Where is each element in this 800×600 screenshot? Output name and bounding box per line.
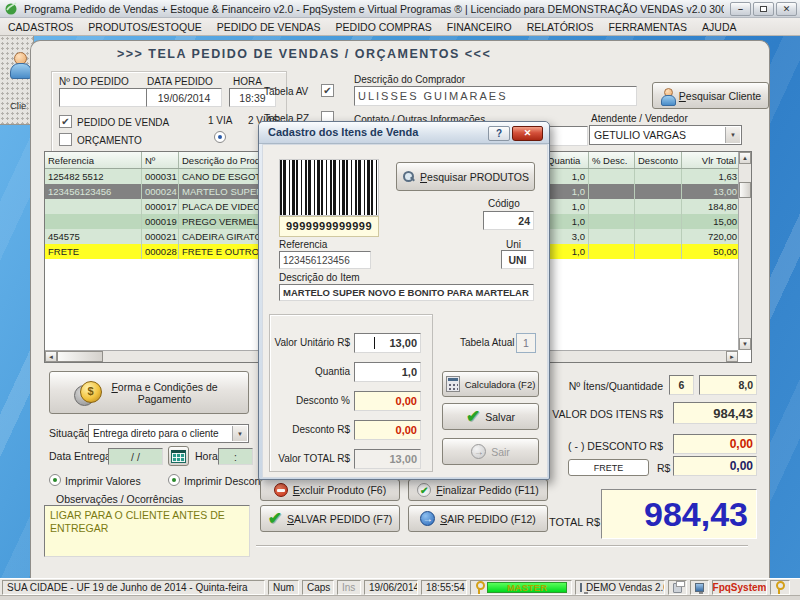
delivery-time-field[interactable]: : — [218, 448, 253, 465]
side-toolbar-fragment: Clie — [0, 36, 34, 125]
search-products-button[interactable]: Pesquisar PRODUTOS — [396, 162, 535, 191]
calculator-icon — [446, 376, 460, 392]
exit-item-arrow-icon — [471, 444, 486, 459]
horizontal-scroll-thumb[interactable] — [57, 351, 103, 362]
delivery-date-field[interactable]: / / — [108, 448, 163, 465]
table-cell-pdesc — [589, 229, 635, 244]
menu-item-financeiro[interactable]: FINANCEIRO — [447, 21, 512, 33]
delivery-time-label: Hora — [195, 450, 218, 462]
current-table-label: Tabela Atual — [460, 337, 515, 348]
menu-item-produtos-estoque[interactable]: PRODUTOS/ESTOQUE — [88, 21, 201, 33]
divider — [256, 545, 748, 547]
attendant-value: GETULIO VARGAS — [594, 129, 686, 141]
dialog-body: 9999999999999 Pesquisar PRODUTOS Código … — [262, 144, 548, 478]
text-cursor — [374, 337, 375, 349]
client-icon[interactable] — [9, 52, 31, 78]
status-location: SUA CIDADE - UF 19 de Junho de 2014 - Qu… — [2, 580, 265, 595]
buyer-field[interactable]: ULISSES GUIMARAES — [354, 86, 637, 106]
search-client-button[interactable]: Pesquisar Cliente — [652, 82, 769, 109]
quantity-field[interactable]: 1,0 — [354, 362, 421, 382]
vertical-scrollbar[interactable] — [738, 152, 751, 350]
menu-item-cadastros[interactable]: CADASTROS — [8, 21, 73, 33]
item-description-field[interactable]: MARTELO SUPER NOVO E BONITO PARA MARTELA… — [279, 284, 534, 301]
print-values-radio[interactable] — [49, 474, 61, 486]
minimize-button-icon[interactable] — [730, 2, 751, 16]
discount-value-field[interactable]: 0,00 — [354, 420, 421, 440]
client-button-label[interactable]: Clie — [10, 100, 26, 111]
save-check-icon — [268, 512, 282, 526]
exit-order-button[interactable]: SAIR PEDIDO (F12) — [408, 505, 548, 532]
menu-item-pedido-de-vendas[interactable]: PEDIDO DE VENDAS — [217, 21, 321, 33]
column-header-6[interactable]: Vlr Total — [682, 152, 740, 168]
discount-percent-field[interactable]: 0,00 — [354, 391, 421, 411]
status-user: MASTER — [487, 582, 567, 593]
save-order-label: SALVAR PEDIDO (F7) — [287, 513, 392, 525]
column-header-4[interactable]: % Desc. — [589, 152, 635, 168]
table-cell-total: 13,00 — [682, 184, 738, 199]
column-header-0[interactable]: Referencia — [45, 152, 142, 168]
save-item-button[interactable]: Salvar — [442, 403, 539, 430]
table-cell-disc — [635, 169, 682, 184]
exit-item-button[interactable]: Sair — [442, 438, 539, 465]
delete-product-button[interactable]: Excluir Produto (F6) — [260, 479, 400, 501]
close-icon[interactable] — [512, 126, 543, 141]
freight-button[interactable]: FRETE — [568, 459, 649, 476]
calculator-button[interactable]: Calculadora (F2) — [442, 371, 539, 397]
payment-conditions-button[interactable]: Forma e Condições de Pagamento — [49, 371, 249, 414]
table-cell-total: 184,80 — [682, 199, 738, 214]
item-description-label: Descrição do Item — [279, 272, 360, 283]
items-value-field: 984,43 — [673, 402, 757, 424]
table-cell-disc — [635, 214, 682, 229]
column-header-1[interactable]: Nº — [142, 152, 179, 168]
scroll-down-icon[interactable] — [739, 338, 751, 350]
menu-item-relat-rios[interactable]: RELATÓRIOS — [527, 21, 594, 33]
calendar-button[interactable] — [168, 446, 189, 466]
scroll-right-icon[interactable] — [726, 351, 738, 362]
via1-radio[interactable] — [214, 131, 226, 143]
table-cell-disc — [635, 229, 682, 244]
help-icon[interactable] — [488, 126, 510, 141]
menu-item-pedido-compras[interactable]: PEDIDO COMPRAS — [336, 21, 432, 33]
chevron-down-icon[interactable] — [725, 127, 740, 143]
orcamento-checkbox[interactable] — [59, 133, 72, 146]
pedido-venda-checkbox[interactable] — [59, 115, 72, 128]
order-date-field[interactable]: 19/06/2014 — [146, 88, 222, 107]
situation-label: Situação — [49, 427, 90, 439]
tabela-av-checkbox[interactable] — [321, 84, 334, 97]
items-qty-field: 8,0 — [699, 375, 757, 395]
table-cell-total: 50,00 — [682, 244, 738, 259]
status-brand: FpqSystem — [713, 582, 767, 593]
table-cell-ref: 125482 5512 — [45, 169, 142, 184]
table-cell-ref — [45, 214, 142, 229]
unit-field[interactable]: UNI — [501, 250, 534, 269]
situation-dropdown[interactable]: Entrega direto para o cliente — [88, 424, 249, 443]
vertical-scroll-thumb[interactable] — [739, 182, 751, 198]
chevron-down-icon[interactable] — [232, 426, 247, 441]
save-item-label: Salvar — [485, 411, 515, 423]
finalize-order-label: Finalizar Pedido (F11) — [436, 484, 539, 496]
print-discounts-radio[interactable] — [168, 474, 180, 486]
status-date: 19/06/2014 — [364, 580, 418, 595]
menu-item-ferramentas[interactable]: FERRAMENTAS — [609, 21, 688, 33]
delete-icon — [274, 483, 288, 497]
table-cell-num: 000017 — [142, 199, 179, 214]
print-values-label: Imprimir Valores — [65, 475, 141, 487]
save-order-button[interactable]: SALVAR PEDIDO (F7) — [260, 505, 400, 532]
table-cell-total: 1,63 — [682, 169, 738, 184]
scroll-left-icon[interactable] — [45, 351, 57, 362]
reference-field[interactable]: 123456123456 — [279, 251, 371, 269]
finalize-order-button[interactable]: Finalizar Pedido (F11) — [408, 479, 548, 501]
code-field[interactable]: 24 — [483, 211, 534, 230]
column-header-5[interactable]: Desconto — [635, 152, 682, 168]
attendant-dropdown[interactable]: GETULIO VARGAS — [589, 125, 742, 145]
status-printer-panel — [668, 580, 687, 595]
table-cell-pdesc — [589, 244, 635, 259]
menu-bar: CADASTROSPRODUTOS/ESTOQUEPEDIDO DE VENDA… — [0, 18, 800, 36]
menu-item-ajuda[interactable]: AJUDA — [702, 21, 736, 33]
table-cell-disc — [635, 244, 682, 259]
observations-textarea[interactable]: LIGAR PARA O CLIENTE ANTES DE ENTREGAR — [44, 505, 250, 557]
close-button-icon[interactable] — [776, 2, 797, 16]
restore-button-icon[interactable] — [753, 2, 774, 16]
unit-price-field[interactable]: 13,00 — [354, 333, 421, 353]
scroll-up-icon[interactable] — [739, 152, 751, 164]
